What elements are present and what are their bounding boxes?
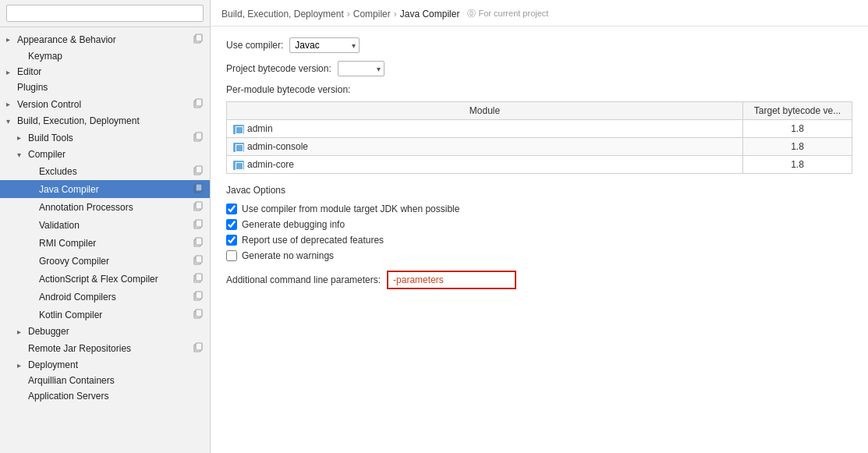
sidebar-item-label: Version Control: [17, 99, 193, 110]
sidebar-item-label: Remote Jar Repositories: [28, 343, 193, 354]
svg-rect-3: [196, 99, 202, 106]
module-version: 1.8: [743, 156, 852, 174]
sidebar-item-kotlin-compiler[interactable]: Kotlin Compiler: [0, 306, 210, 324]
option-label-use-compiler-module: Use compiler from module target JDK when…: [242, 203, 459, 214]
sidebar-item-excludes[interactable]: Excludes: [0, 162, 210, 180]
svg-rect-7: [196, 166, 202, 173]
module-icon: [233, 143, 244, 152]
sidebar-item-groovy-compiler[interactable]: Groovy Compiler: [0, 252, 210, 270]
sidebar-item-build-tools[interactable]: ▸Build Tools: [0, 129, 210, 147]
checkbox-report-deprecated[interactable]: [226, 235, 237, 246]
javac-section-title: Javac Options: [226, 185, 852, 196]
sidebar-item-actionscript-flex[interactable]: ActionScript & Flex Compiler: [0, 270, 210, 288]
sidebar-item-arquillian[interactable]: Arquillian Containers: [0, 373, 210, 388]
sidebar-item-annotation-processors[interactable]: Annotation Processors: [0, 198, 210, 216]
use-compiler-label: Use compiler:: [226, 40, 283, 51]
copy-icon: [193, 97, 204, 111]
option-row-no-warnings: Generate no warnings: [226, 250, 852, 261]
table-row: admin-console 1.8: [227, 138, 852, 156]
arrow-icon: ▸: [17, 133, 28, 142]
checkbox-no-warnings[interactable]: [226, 250, 237, 261]
nav-tree: ▸Appearance & Behavior Keymap▸EditorPlug…: [0, 27, 210, 453]
main-content: Build, Execution, Deployment › Compiler …: [211, 0, 868, 453]
arrow-icon: ▸: [17, 361, 28, 370]
sidebar-item-appearance[interactable]: ▸Appearance & Behavior: [0, 30, 210, 48]
cmd-row: Additional command line parameters:: [226, 271, 852, 289]
use-compiler-select-wrapper: Javac: [289, 37, 360, 53]
breadcrumb: Build, Execution, Deployment › Compiler …: [211, 0, 868, 27]
sidebar-item-label: Compiler: [28, 149, 204, 160]
checkbox-generate-debug[interactable]: [226, 219, 237, 230]
option-label-no-warnings: Generate no warnings: [242, 250, 334, 261]
sidebar-item-rmi-compiler[interactable]: RMI Compiler: [0, 234, 210, 252]
sidebar-item-label: Build Tools: [28, 133, 193, 143]
svg-rect-9: [196, 184, 202, 191]
sidebar-item-label: Editor: [17, 66, 204, 77]
arrow-icon: ▸: [17, 327, 28, 336]
sidebar-item-android-compilers[interactable]: Android Compilers: [0, 288, 210, 306]
search-input[interactable]: [6, 5, 204, 22]
option-label-generate-debug: Generate debugging info: [242, 219, 345, 230]
module-icon: [233, 161, 244, 170]
sidebar-item-debugger[interactable]: ▸Debugger: [0, 324, 210, 339]
module-name: admin-console: [227, 138, 743, 156]
use-compiler-select[interactable]: Javac: [289, 37, 360, 53]
arrow-icon: ▸: [6, 68, 17, 76]
breadcrumb-part-1: Build, Execution, Deployment: [221, 9, 344, 19]
sidebar-item-build-execution[interactable]: ▾Build, Execution, Deployment: [0, 113, 210, 129]
svg-rect-13: [196, 220, 202, 227]
table-row: admin-core 1.8: [227, 156, 852, 174]
sidebar-item-java-compiler[interactable]: Java Compiler: [0, 180, 210, 198]
svg-rect-21: [196, 292, 202, 299]
breadcrumb-current: Java Compiler: [400, 9, 460, 19]
sidebar-item-remote-jar[interactable]: Remote Jar Repositories: [0, 339, 210, 357]
sidebar-item-label: Appearance & Behavior: [17, 34, 193, 45]
sidebar-item-plugins[interactable]: Plugins: [0, 80, 210, 95]
svg-rect-5: [196, 133, 202, 140]
sidebar-item-compiler[interactable]: ▾Compiler: [0, 147, 210, 162]
copy-icon: [193, 290, 204, 303]
col-version: Target bytecode ve...: [743, 102, 852, 120]
search-bar: [0, 0, 210, 27]
sidebar-item-label: Deployment: [28, 359, 204, 370]
copy-icon: [193, 131, 204, 144]
project-bytecode-label: Project bytecode version:: [226, 63, 331, 74]
option-row-use-compiler-module: Use compiler from module target JDK when…: [226, 203, 852, 214]
checkbox-use-compiler-module[interactable]: [226, 203, 237, 214]
arrow-icon: ▾: [17, 150, 28, 159]
sidebar-item-app-servers[interactable]: Application Servers: [0, 388, 210, 404]
copy-icon: [193, 272, 204, 285]
sidebar-item-label: Annotation Processors: [39, 202, 193, 213]
sidebar-item-label: Debugger: [28, 326, 204, 337]
sidebar-item-keymap[interactable]: Keymap: [0, 48, 210, 64]
sidebar-item-label: Java Compiler: [39, 184, 193, 195]
sidebar-item-validation[interactable]: Validation: [0, 216, 210, 234]
option-label-report-deprecated: Report use of deprecated features: [242, 235, 384, 246]
module-name: admin: [227, 120, 743, 138]
copy-icon: [193, 308, 204, 321]
cmd-input[interactable]: [388, 272, 515, 288]
sidebar-item-label: RMI Compiler: [39, 238, 193, 249]
per-module-label: Per-module bytecode version:: [226, 84, 852, 95]
module-version: 1.8: [743, 120, 852, 138]
sidebar-item-deployment[interactable]: ▸Deployment: [0, 357, 210, 373]
sidebar-item-label: Android Compilers: [39, 292, 193, 303]
cmd-label: Additional command line parameters:: [226, 274, 381, 285]
breadcrumb-note: ⓪ For current project: [467, 8, 548, 19]
content-area: Use compiler: Javac Project bytecode ver…: [211, 27, 868, 453]
arrow-icon: ▸: [6, 35, 17, 44]
cmd-input-wrapper: [387, 271, 516, 289]
table-row: admin 1.8: [227, 120, 852, 138]
svg-rect-11: [196, 202, 202, 209]
sidebar-item-label: Validation: [39, 220, 193, 231]
sidebar-item-label: Groovy Compiler: [39, 256, 193, 267]
breadcrumb-part-2: Compiler: [353, 9, 391, 19]
sidebar-item-label: Kotlin Compiler: [39, 310, 193, 320]
project-bytecode-select-wrapper: [338, 61, 384, 76]
use-compiler-row: Use compiler: Javac: [226, 37, 852, 53]
sidebar-item-version-control[interactable]: ▸Version Control: [0, 95, 210, 113]
sidebar-item-label: ActionScript & Flex Compiler: [39, 274, 193, 285]
sidebar-item-editor[interactable]: ▸Editor: [0, 64, 210, 80]
project-bytecode-select[interactable]: [338, 61, 384, 76]
svg-rect-19: [196, 274, 202, 281]
